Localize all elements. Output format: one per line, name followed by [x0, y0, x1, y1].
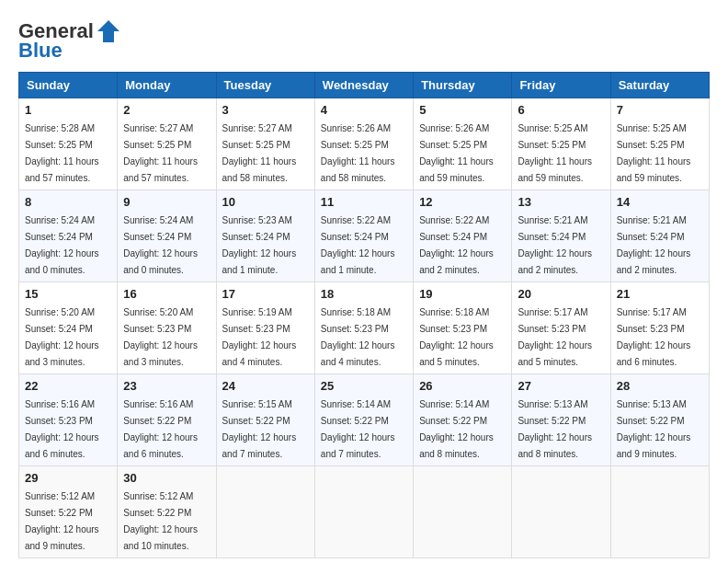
calendar-week-1: 1 Sunrise: 5:28 AMSunset: 5:25 PMDayligh… [19, 98, 710, 190]
calendar-cell: 5 Sunrise: 5:26 AMSunset: 5:25 PMDayligh… [414, 98, 512, 190]
day-info: Sunrise: 5:26 AMSunset: 5:25 PMDaylight:… [321, 123, 395, 183]
day-number: 16 [123, 287, 210, 301]
day-info: Sunrise: 5:24 AMSunset: 5:24 PMDaylight:… [123, 215, 198, 275]
day-info: Sunrise: 5:14 AMSunset: 5:22 PMDaylight:… [321, 399, 395, 459]
day-number: 9 [123, 195, 210, 209]
day-info: Sunrise: 5:27 AMSunset: 5:25 PMDaylight:… [222, 123, 297, 183]
calendar-cell [314, 466, 413, 558]
day-number: 10 [222, 195, 309, 209]
day-info: Sunrise: 5:14 AMSunset: 5:22 PMDaylight:… [419, 399, 494, 459]
day-info: Sunrise: 5:21 AMSunset: 5:24 PMDaylight:… [518, 215, 592, 275]
day-number: 27 [518, 379, 604, 393]
calendar-cell: 7 Sunrise: 5:25 AMSunset: 5:25 PMDayligh… [610, 98, 709, 190]
calendar-cell: 19 Sunrise: 5:18 AMSunset: 5:23 PMDaylig… [414, 282, 512, 374]
day-number: 18 [321, 287, 407, 301]
calendar-cell: 14 Sunrise: 5:21 AMSunset: 5:24 PMDaylig… [610, 190, 709, 282]
calendar-cell: 9 Sunrise: 5:24 AMSunset: 5:24 PMDayligh… [118, 190, 216, 282]
calendar-cell: 8 Sunrise: 5:24 AMSunset: 5:24 PMDayligh… [19, 190, 118, 282]
svg-marker-0 [97, 20, 119, 42]
calendar-cell: 18 Sunrise: 5:18 AMSunset: 5:23 PMDaylig… [314, 282, 413, 374]
calendar-cell [216, 466, 314, 558]
calendar-cell: 25 Sunrise: 5:14 AMSunset: 5:22 PMDaylig… [314, 374, 413, 466]
day-number: 19 [419, 287, 506, 301]
day-info: Sunrise: 5:27 AMSunset: 5:25 PMDaylight:… [123, 123, 198, 183]
calendar-cell: 17 Sunrise: 5:19 AMSunset: 5:23 PMDaylig… [216, 282, 314, 374]
day-info: Sunrise: 5:18 AMSunset: 5:23 PMDaylight:… [321, 307, 395, 367]
day-number: 30 [123, 471, 210, 485]
calendar-week-3: 15 Sunrise: 5:20 AMSunset: 5:24 PMDaylig… [19, 282, 710, 374]
day-number: 3 [222, 103, 309, 117]
weekday-wednesday: Wednesday [314, 73, 413, 98]
calendar-cell: 3 Sunrise: 5:27 AMSunset: 5:25 PMDayligh… [216, 98, 314, 190]
day-number: 12 [419, 195, 506, 209]
day-info: Sunrise: 5:13 AMSunset: 5:22 PMDaylight:… [617, 399, 691, 459]
calendar-cell: 12 Sunrise: 5:22 AMSunset: 5:24 PMDaylig… [414, 190, 512, 282]
logo-blue-text: Blue [18, 39, 63, 63]
day-info: Sunrise: 5:22 AMSunset: 5:24 PMDaylight:… [419, 215, 494, 275]
weekday-friday: Friday [512, 73, 610, 98]
calendar-week-5: 29 Sunrise: 5:12 AMSunset: 5:22 PMDaylig… [19, 466, 710, 558]
day-info: Sunrise: 5:12 AMSunset: 5:22 PMDaylight:… [25, 491, 99, 551]
day-number: 23 [123, 379, 210, 393]
calendar-cell: 24 Sunrise: 5:15 AMSunset: 5:22 PMDaylig… [216, 374, 314, 466]
calendar-cell: 4 Sunrise: 5:26 AMSunset: 5:25 PMDayligh… [314, 98, 413, 190]
day-number: 21 [617, 287, 703, 301]
day-info: Sunrise: 5:16 AMSunset: 5:23 PMDaylight:… [25, 399, 99, 459]
calendar-cell: 29 Sunrise: 5:12 AMSunset: 5:22 PMDaylig… [19, 466, 118, 558]
day-info: Sunrise: 5:25 AMSunset: 5:25 PMDaylight:… [617, 123, 691, 183]
day-number: 29 [25, 471, 111, 485]
day-info: Sunrise: 5:21 AMSunset: 5:24 PMDaylight:… [617, 215, 691, 275]
day-number: 25 [321, 379, 407, 393]
day-number: 22 [25, 379, 111, 393]
calendar-cell: 15 Sunrise: 5:20 AMSunset: 5:24 PMDaylig… [19, 282, 118, 374]
calendar-cell: 1 Sunrise: 5:28 AMSunset: 5:25 PMDayligh… [19, 98, 118, 190]
day-info: Sunrise: 5:28 AMSunset: 5:25 PMDaylight:… [25, 123, 99, 183]
day-info: Sunrise: 5:26 AMSunset: 5:25 PMDaylight:… [419, 123, 494, 183]
calendar-cell: 22 Sunrise: 5:16 AMSunset: 5:23 PMDaylig… [19, 374, 118, 466]
day-number: 26 [419, 379, 506, 393]
calendar-cell: 11 Sunrise: 5:22 AMSunset: 5:24 PMDaylig… [314, 190, 413, 282]
day-number: 1 [25, 103, 111, 117]
weekday-saturday: Saturday [610, 73, 709, 98]
calendar-cell: 21 Sunrise: 5:17 AMSunset: 5:23 PMDaylig… [610, 282, 709, 374]
calendar-cell: 13 Sunrise: 5:21 AMSunset: 5:24 PMDaylig… [512, 190, 610, 282]
day-info: Sunrise: 5:15 AMSunset: 5:22 PMDaylight:… [222, 399, 297, 459]
day-number: 7 [617, 103, 703, 117]
day-number: 20 [518, 287, 604, 301]
calendar-cell: 28 Sunrise: 5:13 AMSunset: 5:22 PMDaylig… [610, 374, 709, 466]
page-header: General Blue [18, 18, 710, 63]
day-number: 4 [321, 103, 407, 117]
day-number: 15 [25, 287, 111, 301]
day-number: 11 [321, 195, 407, 209]
day-number: 2 [123, 103, 210, 117]
calendar-cell: 27 Sunrise: 5:13 AMSunset: 5:22 PMDaylig… [512, 374, 610, 466]
day-info: Sunrise: 5:24 AMSunset: 5:24 PMDaylight:… [25, 215, 99, 275]
calendar-table: SundayMondayTuesdayWednesdayThursdayFrid… [18, 72, 710, 558]
day-info: Sunrise: 5:13 AMSunset: 5:22 PMDaylight:… [518, 399, 592, 459]
calendar-cell: 20 Sunrise: 5:17 AMSunset: 5:23 PMDaylig… [512, 282, 610, 374]
calendar-body: 1 Sunrise: 5:28 AMSunset: 5:25 PMDayligh… [19, 98, 710, 558]
calendar-week-4: 22 Sunrise: 5:16 AMSunset: 5:23 PMDaylig… [19, 374, 710, 466]
calendar-cell: 16 Sunrise: 5:20 AMSunset: 5:23 PMDaylig… [118, 282, 216, 374]
day-number: 14 [617, 195, 703, 209]
calendar-cell: 10 Sunrise: 5:23 AMSunset: 5:24 PMDaylig… [216, 190, 314, 282]
calendar-week-2: 8 Sunrise: 5:24 AMSunset: 5:24 PMDayligh… [19, 190, 710, 282]
weekday-tuesday: Tuesday [216, 73, 314, 98]
weekday-header-row: SundayMondayTuesdayWednesdayThursdayFrid… [19, 73, 710, 98]
calendar-cell [610, 466, 709, 558]
day-number: 13 [518, 195, 604, 209]
day-number: 8 [25, 195, 111, 209]
calendar-cell: 6 Sunrise: 5:25 AMSunset: 5:25 PMDayligh… [512, 98, 610, 190]
calendar-cell: 26 Sunrise: 5:14 AMSunset: 5:22 PMDaylig… [414, 374, 512, 466]
day-info: Sunrise: 5:19 AMSunset: 5:23 PMDaylight:… [222, 307, 297, 367]
day-number: 28 [617, 379, 703, 393]
calendar-cell [414, 466, 512, 558]
day-number: 6 [518, 103, 604, 117]
calendar-cell: 2 Sunrise: 5:27 AMSunset: 5:25 PMDayligh… [118, 98, 216, 190]
day-info: Sunrise: 5:17 AMSunset: 5:23 PMDaylight:… [617, 307, 691, 367]
calendar-cell: 30 Sunrise: 5:12 AMSunset: 5:22 PMDaylig… [118, 466, 216, 558]
day-info: Sunrise: 5:18 AMSunset: 5:23 PMDaylight:… [419, 307, 494, 367]
day-info: Sunrise: 5:23 AMSunset: 5:24 PMDaylight:… [222, 215, 297, 275]
day-info: Sunrise: 5:20 AMSunset: 5:24 PMDaylight:… [25, 307, 99, 367]
day-info: Sunrise: 5:25 AMSunset: 5:25 PMDaylight:… [518, 123, 592, 183]
